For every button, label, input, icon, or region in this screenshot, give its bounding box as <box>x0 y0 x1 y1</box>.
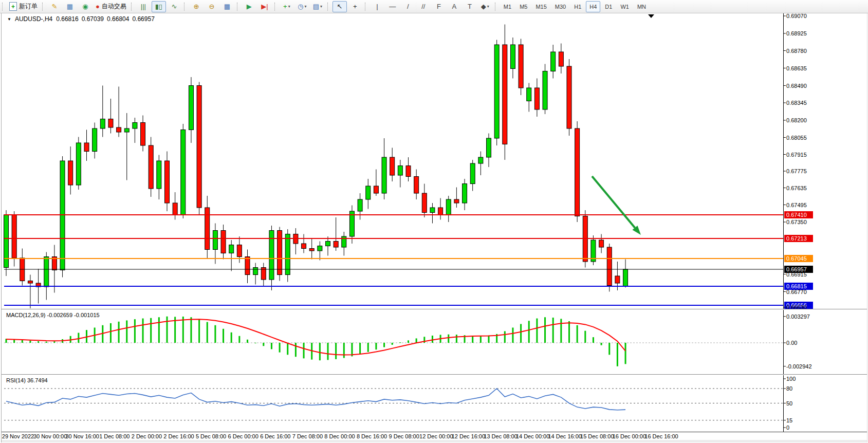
macd-histogram-bar <box>552 318 554 343</box>
text-button[interactable]: A <box>447 1 461 12</box>
bull-candle <box>623 269 628 286</box>
timeframe-d1[interactable]: D1 <box>601 1 616 12</box>
price-axis-tick-label: 0.68055 <box>786 135 807 141</box>
time-axis-label: 16 Dec 00:00 <box>613 433 646 439</box>
price-axis-tick-label: 0.67915 <box>786 152 807 158</box>
indicators-button-icon: + <box>283 3 287 10</box>
bull-candle <box>133 123 137 129</box>
crosshair-button[interactable]: + <box>348 1 362 12</box>
cursor-button-icon: ↖ <box>337 3 342 10</box>
bull-candle <box>470 163 475 184</box>
macd-histogram-bar <box>399 342 401 343</box>
candlestick-chart-button[interactable]: ▮▯ <box>152 1 166 12</box>
vertical-line-button[interactable]: | <box>370 1 384 12</box>
macd-histogram-bar <box>584 331 586 343</box>
macd-histogram-bar <box>319 343 321 360</box>
bull-candle <box>93 128 97 152</box>
macd-histogram-bar <box>528 321 530 343</box>
vertical-line-button-icon: | <box>376 3 378 10</box>
signals-button[interactable]: ◉ <box>78 1 93 12</box>
new-order-button[interactable]: +新订单 <box>7 1 40 12</box>
crosshair-button-icon: + <box>353 3 357 10</box>
bull-candle <box>366 186 371 199</box>
time-axis-label: 2 Dec 00:00 <box>132 433 162 439</box>
bear-candle <box>302 244 306 249</box>
time-axis-label: 12 Dec 16:00 <box>452 433 485 439</box>
timeframe-w1[interactable]: W1 <box>617 1 633 12</box>
cursor-button[interactable]: ↖ <box>333 1 347 12</box>
market-watch-button-icon: ▦ <box>67 3 73 10</box>
auto-scroll-button[interactable]: ▶ <box>242 1 256 12</box>
time-axis-label: 14 Dec 00:00 <box>516 433 549 439</box>
bull-candle <box>510 45 515 69</box>
bear-candle <box>374 186 378 193</box>
bear-candle <box>390 157 395 175</box>
zoom-out-button[interactable]: ⊖ <box>205 1 219 12</box>
bull-candle <box>213 231 217 250</box>
rsi-axis-label: 80 <box>786 385 792 392</box>
fibonacci-button-icon: F <box>437 3 441 10</box>
macd-histogram-bar <box>29 341 31 343</box>
bar-chart-button-icon: ||| <box>141 3 146 10</box>
macd-histogram-bar <box>488 336 490 343</box>
bear-candle <box>278 231 282 275</box>
tile-windows-button[interactable]: ▦ <box>220 1 234 12</box>
new-order-button-label: 新订单 <box>19 2 38 11</box>
trendline-button[interactable]: / <box>401 1 415 12</box>
macd-histogram-bar <box>22 340 23 343</box>
timeframe-m5[interactable]: M5 <box>516 1 531 12</box>
bear-candle <box>173 203 177 215</box>
trendline-button-icon: / <box>407 3 409 10</box>
bear-candle <box>28 281 32 284</box>
timeframe-m30[interactable]: M30 <box>551 1 569 12</box>
candlestick-chart-button-icon: ▮▯ <box>155 3 162 10</box>
time-axis-label: 12 Dec 00:00 <box>419 433 453 439</box>
window-bottom-strip <box>2 440 867 442</box>
macd-histogram-bar <box>38 341 39 343</box>
application-window: +新订单✎▦◉●自动交易|||▮▯∿⊕⊖▦▶▶|+▾◷▾▤▾↖+|—///FAT… <box>0 0 868 443</box>
market-watch-button[interactable]: ▦ <box>63 1 77 12</box>
time-axis-label: 8 Dec 16:00 <box>357 433 387 439</box>
timeframe-m1[interactable]: M1 <box>500 1 515 12</box>
bear-candle <box>414 177 419 194</box>
macd-histogram-bar <box>568 321 570 343</box>
channel-button[interactable]: // <box>416 1 431 12</box>
horizontal-line-button[interactable]: — <box>385 1 400 12</box>
rsi-axis-label: 15 <box>786 417 792 423</box>
metaeditor-button[interactable]: ✎ <box>47 1 62 12</box>
bull-candle <box>463 184 467 204</box>
bar-chart-button[interactable]: ||| <box>136 1 151 12</box>
period-button[interactable]: ◷▾ <box>295 1 309 12</box>
price-line-label: 0.67410 <box>786 212 807 218</box>
bear-candle <box>245 257 250 275</box>
timeframe-h1[interactable]: H1 <box>570 1 585 12</box>
rsi-axis-label: 0 <box>786 424 789 431</box>
auto-trading-button[interactable]: ●自动交易 <box>94 1 128 12</box>
label-button[interactable]: T <box>463 1 477 12</box>
bull-candle <box>551 52 556 71</box>
auto-trading-button-label: 自动交易 <box>102 2 126 11</box>
chart-canvas[interactable]: 0.674100.672130.670450.669570.668150.666… <box>0 0 868 443</box>
bear-candle <box>438 208 443 215</box>
open-value: 0.66816 <box>56 15 78 23</box>
zoom-in-button[interactable]: ⊕ <box>189 1 204 12</box>
macd-histogram-bar <box>560 319 562 343</box>
macd-histogram-bar <box>392 343 393 345</box>
timeframe-h4[interactable]: H4 <box>586 1 600 12</box>
tile-windows-button-icon: ▦ <box>224 3 230 10</box>
timeframe-mn[interactable]: MN <box>634 1 650 12</box>
fibonacci-button[interactable]: F <box>432 1 446 12</box>
bear-candle <box>599 240 604 247</box>
rsi-indicator-label: RSI(14) 36.7494 <box>6 377 48 383</box>
indicators-button[interactable]: +▾ <box>280 1 294 12</box>
bull-candle <box>100 119 105 129</box>
chart-shift-button[interactable]: ▶| <box>257 1 272 12</box>
template-button[interactable]: ▤▾ <box>310 1 325 12</box>
timeframe-m15[interactable]: M15 <box>532 1 550 12</box>
price-axis-tick-label: 0.67635 <box>786 185 807 191</box>
chart-collapse-icon[interactable]: ▼ <box>7 17 11 22</box>
arrows-button[interactable]: ◆▾ <box>478 1 492 12</box>
bear-candle <box>454 199 459 203</box>
line-chart-button[interactable]: ∿ <box>167 1 181 12</box>
macd-histogram-bar <box>78 333 79 343</box>
